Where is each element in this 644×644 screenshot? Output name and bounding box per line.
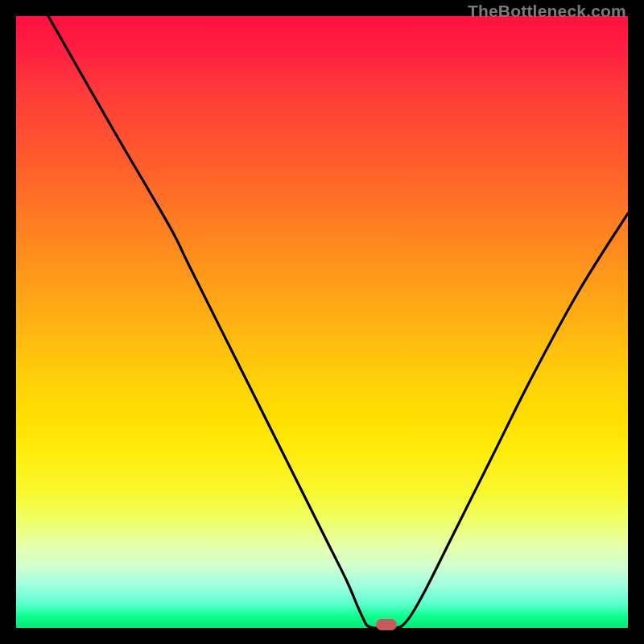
min-marker	[376, 619, 397, 630]
bottleneck-curve	[48, 16, 628, 628]
chart-container: TheBottleneck.com	[0, 0, 644, 644]
curve-svg	[16, 16, 628, 628]
plot-area	[16, 16, 628, 628]
watermark-text: TheBottleneck.com	[468, 2, 626, 21]
